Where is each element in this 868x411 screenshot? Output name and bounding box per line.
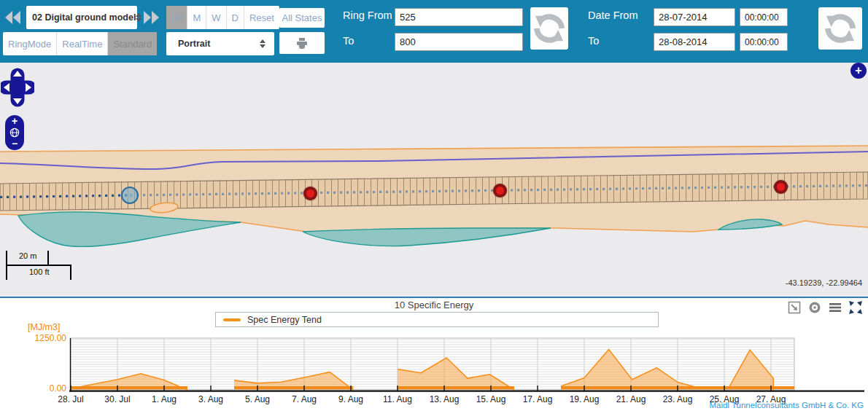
- scale-bar-lines: [6, 250, 79, 282]
- date-to-label: To: [588, 35, 599, 47]
- tunnel-monitoring-app: 02 Digital ground model AllMWDReset All …: [0, 0, 868, 411]
- svg-text:3. Aug: 3. Aug: [198, 394, 223, 404]
- svg-text:23. Aug: 23. Aug: [663, 394, 693, 404]
- scale-imperial-label: 100 ft: [29, 267, 50, 276]
- svg-text:28. Jul: 28. Jul: [58, 394, 83, 404]
- cursor-coordinates: -43.19239, -22.99464: [786, 278, 862, 287]
- button-ringmode[interactable]: RingMode: [3, 32, 57, 55]
- fullscreen-icon[interactable]: [849, 301, 862, 314]
- toolbar: 02 Digital ground model AllMWDReset All …: [0, 0, 868, 63]
- add-layer-button[interactable]: +: [850, 63, 867, 79]
- svg-text:1. Aug: 1. Aug: [152, 394, 177, 404]
- ring-from-input[interactable]: [395, 8, 523, 26]
- svg-text:9. Aug: 9. Aug: [338, 394, 363, 404]
- map-pan-control[interactable]: [1, 67, 34, 112]
- prev-model-button[interactable]: [2, 6, 23, 29]
- target-icon[interactable]: [808, 301, 821, 314]
- chart-legend: Spec Energy Tend: [215, 312, 659, 327]
- all-states-label: All States: [282, 12, 322, 23]
- refresh-icon: [534, 13, 565, 44]
- attribution-link[interactable]: Maidl Tunnelconsultants GmbH & Co. KG: [709, 401, 864, 410]
- button-w[interactable]: W: [206, 6, 226, 29]
- legend-swatch-orange: [223, 318, 241, 321]
- time-range-group: AllMWDReset: [166, 6, 279, 29]
- legend-label: Spec Energy Tend: [247, 315, 322, 325]
- ring-refresh-button[interactable]: [530, 7, 568, 50]
- ring-from-label: Ring From: [343, 9, 392, 21]
- button-realtime[interactable]: RealTime: [57, 32, 108, 55]
- time-from-input[interactable]: [740, 8, 788, 26]
- scale-bar: 20 m 100 ft: [6, 250, 79, 282]
- svg-text:15. Aug: 15. Aug: [476, 394, 506, 404]
- mode-group: RingModeRealTimeStandard: [3, 32, 157, 55]
- time-to-input[interactable]: [740, 33, 788, 51]
- map-zoom-control: + −: [5, 115, 24, 150]
- svg-text:0.00: 0.00: [50, 383, 67, 394]
- ring-to-input[interactable]: [395, 33, 523, 51]
- button-d[interactable]: D: [227, 6, 244, 29]
- button-reset[interactable]: Reset: [244, 6, 279, 29]
- event-marker[interactable]: [303, 187, 317, 200]
- svg-text:7. Aug: 7. Aug: [292, 394, 317, 404]
- spinner-icon: [260, 39, 266, 48]
- model-select[interactable]: 02 Digital ground model: [26, 6, 137, 29]
- button-m[interactable]: M: [187, 6, 206, 29]
- svg-text:19. Aug: 19. Aug: [570, 394, 600, 404]
- chart-panel: 28. Jul30. Jul1. Aug3. Aug5. Aug7. Aug9.…: [0, 297, 868, 411]
- zoom-in-icon[interactable]: +: [12, 117, 18, 125]
- orientation-select[interactable]: Portrait: [166, 32, 274, 55]
- refresh-icon: [825, 13, 856, 44]
- chart-title: 10 Specific Energy: [0, 300, 868, 310]
- double-chevron-right-icon: [144, 11, 159, 24]
- globe-icon[interactable]: [9, 128, 20, 138]
- orientation-select-value: Portrait: [178, 39, 260, 49]
- tbm-position-marker[interactable]: [121, 187, 139, 204]
- export-icon[interactable]: [788, 301, 801, 314]
- date-refresh-button[interactable]: [818, 7, 862, 50]
- plus-icon: +: [855, 64, 861, 77]
- svg-text:17. Aug: 17. Aug: [523, 394, 553, 404]
- scale-metric-label: 20 m: [19, 251, 36, 260]
- ground-model-terrain: [0, 63, 868, 297]
- ring-to-label: To: [343, 35, 354, 47]
- svg-text:1250.00: 1250.00: [35, 333, 67, 343]
- svg-text:30. Jul: 30. Jul: [104, 394, 130, 404]
- print-button[interactable]: [279, 32, 325, 54]
- date-from-input[interactable]: [654, 8, 735, 26]
- date-to-input[interactable]: [654, 33, 735, 51]
- printer-icon: [295, 38, 309, 49]
- event-marker[interactable]: [774, 180, 788, 194]
- model-select-value: 02 Digital ground model: [32, 12, 136, 23]
- ground-model-map[interactable]: + − + 20 m 100 ft -43.19239, -22.99464: [0, 63, 868, 297]
- svg-text:13. Aug: 13. Aug: [430, 394, 460, 404]
- menu-icon[interactable]: [829, 301, 842, 314]
- zoom-out-icon[interactable]: −: [12, 140, 18, 148]
- date-from-label: Date From: [588, 9, 638, 21]
- pan-arrows-icon: [1, 67, 34, 109]
- svg-text:21. Aug: 21. Aug: [616, 394, 646, 404]
- all-states-button[interactable]: All States: [279, 8, 325, 28]
- svg-text:11. Aug: 11. Aug: [383, 394, 412, 404]
- svg-text:5. Aug: 5. Aug: [245, 394, 270, 404]
- svg-text:[MJ/m3]: [MJ/m3]: [28, 322, 60, 332]
- event-marker[interactable]: [493, 184, 507, 197]
- chart-toolbar: [788, 301, 862, 314]
- next-model-button[interactable]: [141, 6, 161, 29]
- button-all[interactable]: All: [166, 6, 187, 29]
- button-standard[interactable]: Standard: [108, 32, 157, 55]
- double-chevron-left-icon: [5, 11, 20, 24]
